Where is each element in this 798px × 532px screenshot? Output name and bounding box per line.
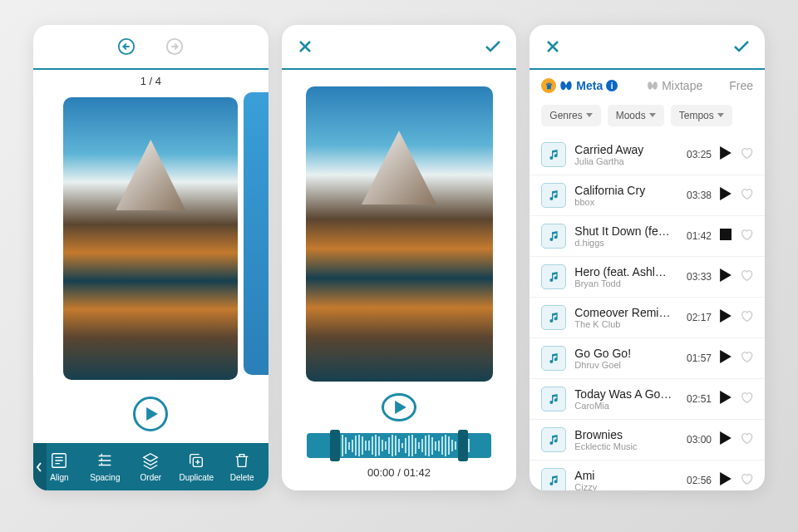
track-play-button[interactable] [720, 431, 732, 448]
track-duration: 03:33 [687, 271, 712, 283]
track-info: Hero (feat. Ashl…Bryan Todd [574, 265, 678, 288]
track-artist: Dhruv Goel [574, 360, 678, 370]
track-row[interactable]: Go Go Go!Dhruv Goel01:57 [530, 338, 765, 379]
track-duration: 02:51 [687, 393, 712, 405]
track-row[interactable]: Carried AwayJulia Gartha03:25 [530, 135, 765, 175]
track-artist: Bryan Todd [574, 278, 678, 288]
play-button[interactable] [382, 393, 416, 421]
music-note-icon [541, 387, 566, 411]
toolbar-back-button[interactable] [33, 443, 47, 490]
filter-moods[interactable]: Moods [608, 105, 664, 126]
track-artist: Julia Gartha [574, 156, 678, 166]
track-play-button[interactable] [720, 391, 732, 407]
favorite-button[interactable] [740, 146, 753, 163]
track-title: Go Go Go! [574, 347, 678, 360]
duplicate-tool[interactable]: Duplicate [174, 451, 219, 482]
tab-mixtape[interactable]: Mixtape [647, 79, 702, 92]
music-note-icon [541, 427, 566, 452]
crown-icon: ♛ [541, 78, 556, 93]
undo-button[interactable] [115, 35, 138, 58]
confirm-button[interactable] [730, 35, 753, 58]
audio-trimmer[interactable] [307, 433, 492, 458]
favorite-button[interactable] [740, 309, 753, 326]
topbar [282, 25, 517, 70]
track-duration: 03:25 [687, 149, 712, 160]
track-duration: 03:00 [687, 434, 712, 446]
track-row[interactable]: Shut It Down (fe…d.higgs01:42 [530, 216, 765, 257]
delete-tool[interactable]: Delete [219, 451, 265, 482]
next-slide-peek[interactable] [244, 92, 268, 375]
tab-meta[interactable]: ♛ Meta i [541, 78, 618, 93]
trim-handle-left[interactable] [330, 430, 340, 461]
favorite-button[interactable] [740, 431, 753, 448]
favorite-button[interactable] [740, 350, 753, 367]
music-note-icon [541, 183, 566, 208]
confirm-button[interactable] [481, 35, 505, 58]
spacing-tool[interactable]: Spacing [82, 451, 128, 482]
track-row[interactable]: Hero (feat. Ashl…Bryan Todd03:33 [530, 257, 765, 298]
chevron-down-icon [717, 113, 724, 118]
slide-card[interactable] [63, 97, 238, 380]
trim-panel: 00:00 / 01:42 [282, 25, 517, 490]
redo-button[interactable] [163, 35, 186, 58]
track-play-button[interactable] [720, 309, 732, 326]
info-icon[interactable]: i [606, 80, 618, 91]
track-row[interactable]: California Crybbox03:38 [530, 175, 765, 216]
favorite-button[interactable] [740, 391, 753, 407]
track-duration: 01:42 [687, 230, 712, 242]
track-play-button[interactable] [720, 350, 732, 367]
track-title: Brownies [574, 428, 678, 441]
meta-icon [559, 79, 573, 92]
track-row[interactable]: BrowniesEcklectic Music03:00 [530, 420, 765, 461]
track-play-button[interactable] [720, 229, 732, 244]
chevron-down-icon [586, 113, 593, 118]
track-title: Ami [574, 469, 678, 482]
track-play-button[interactable] [720, 187, 732, 204]
music-note-icon [541, 346, 566, 371]
preview-card [306, 86, 493, 382]
track-play-button[interactable] [720, 268, 732, 285]
track-artist: Cizzy [574, 482, 678, 490]
canvas-viewer[interactable]: GI DI [33, 92, 268, 385]
waveform-bars [332, 435, 470, 456]
topbar [33, 25, 268, 70]
favorite-button[interactable] [740, 187, 753, 204]
track-info: Today Was A Go…CaroMia [574, 387, 678, 411]
track-list[interactable]: Carried AwayJulia Gartha03:25California … [530, 135, 765, 490]
favorite-button[interactable] [740, 472, 753, 489]
track-info: AmiCizzy [574, 469, 678, 490]
music-note-icon [541, 264, 566, 289]
track-play-button[interactable] [720, 146, 732, 163]
track-duration: 03:38 [687, 190, 712, 201]
music-panel: ♛ Meta i Mixtape Free Genres Moods Tempo… [530, 25, 765, 490]
track-title: Carried Away [574, 143, 678, 156]
tab-free[interactable]: Free [729, 79, 753, 92]
close-button[interactable] [541, 35, 564, 58]
filter-genres[interactable]: Genres [541, 105, 600, 126]
favorite-button[interactable] [740, 268, 753, 285]
track-info: Shut It Down (fe…d.higgs [574, 224, 678, 248]
track-row[interactable]: Today Was A Go…CaroMia02:51 [530, 379, 765, 420]
trim-handle-right[interactable] [458, 430, 468, 461]
track-play-button[interactable] [720, 472, 732, 489]
track-info: California Crybbox [574, 184, 678, 207]
timestamp: 00:00 / 01:42 [282, 458, 517, 490]
track-duration: 02:17 [687, 312, 712, 323]
close-button[interactable] [293, 35, 317, 58]
music-note-icon [541, 468, 566, 490]
order-tool[interactable]: Order [128, 451, 174, 482]
track-duration: 01:57 [687, 352, 712, 364]
track-title: Hero (feat. Ashl… [574, 265, 678, 278]
track-info: Comeover Remi…The K Club [574, 306, 678, 329]
filter-tempos[interactable]: Tempos [671, 105, 732, 126]
preview-viewer [282, 70, 517, 382]
play-button[interactable] [133, 397, 168, 431]
track-info: BrowniesEcklectic Music [574, 428, 678, 451]
track-row[interactable]: AmiCizzy02:56 [530, 461, 765, 490]
favorite-button[interactable] [740, 228, 753, 244]
page-counter: 1 / 4 [33, 70, 268, 92]
track-duration: 02:56 [687, 475, 712, 486]
track-row[interactable]: Comeover Remi…The K Club02:17 [530, 298, 765, 338]
music-note-icon [541, 305, 566, 330]
track-title: Today Was A Go… [574, 387, 678, 401]
